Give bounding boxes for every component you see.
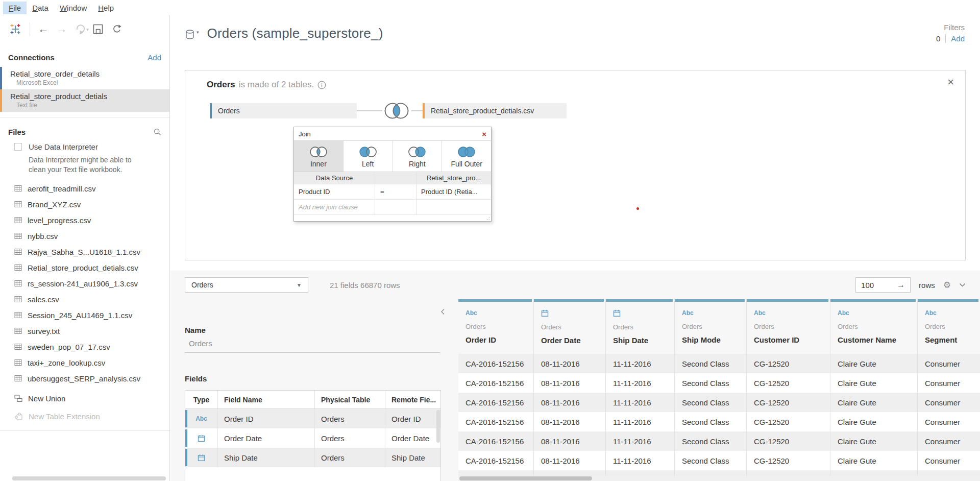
grid-data-row: CA-2016-152156 08-11-2016 11-11-2016 Sec… <box>458 354 980 373</box>
redo-icon <box>75 23 86 35</box>
data-interpreter-checkbox[interactable] <box>14 143 22 151</box>
file-list: aerofit_treadmill.csv Brand_XYZ.csv leve… <box>0 181 169 387</box>
files-title: Files <box>8 128 26 136</box>
string-type-icon: Abc <box>465 309 533 317</box>
bottom-section: Orders ▼ 21 fields 66870 rows 100 → rows… <box>170 271 980 481</box>
venn-inner-icon <box>308 145 329 159</box>
apply-rows-arrow-icon[interactable]: → <box>897 280 905 290</box>
table-select-dropdown[interactable]: Orders ▼ <box>185 277 308 293</box>
sidebar-bottom-divider <box>0 430 169 431</box>
menu-help[interactable]: Help <box>92 2 119 14</box>
table-file-icon <box>14 217 22 224</box>
file-item[interactable]: sales.csv <box>0 292 169 307</box>
file-item[interactable]: sweden_pop_07_17.csv <box>0 339 169 355</box>
search-icon[interactable] <box>154 128 161 136</box>
file-item[interactable]: survey.txt <box>0 323 169 339</box>
resize-grip[interactable] <box>486 216 489 220</box>
chevron-down-icon[interactable] <box>959 283 966 287</box>
grid-data-row: CA-2016-152156 08-11-2016 11-11-2016 Sec… <box>458 451 980 470</box>
string-type-icon: Abc <box>754 309 830 317</box>
join-clause-grid: Data Source Retial_store_pro... Product … <box>294 172 491 215</box>
table-file-icon <box>14 311 22 319</box>
join-type-left[interactable]: Left <box>344 141 393 172</box>
join-type-full-outer[interactable]: Full Outer <box>442 141 491 172</box>
date-type-icon <box>541 309 549 317</box>
database-caret-icon: ▾ <box>197 30 199 35</box>
menu-window[interactable]: Window <box>54 2 92 14</box>
table-file-icon <box>14 359 22 366</box>
file-item[interactable]: Brand_XYZ.csv <box>0 197 169 212</box>
info-icon[interactable] <box>317 81 326 89</box>
join-connector-right <box>411 110 423 111</box>
file-item[interactable]: rs_session-241_au1906_1.3.csv <box>0 276 169 292</box>
add-join-clause-row[interactable]: Add new join clause <box>294 200 491 215</box>
canvas-table-name: Orders <box>207 80 235 90</box>
file-item[interactable]: nybb.csv <box>0 228 169 244</box>
field-row[interactable]: Abc Order ID Orders Order ID <box>185 409 440 428</box>
toolbar: ← → ▾ <box>0 15 169 43</box>
table-name-input[interactable]: Orders <box>185 334 440 353</box>
grid-column-header[interactable]: Abc Orders Segment <box>918 299 980 354</box>
main-area: ▾ Orders (sample_superstore_) Filters 0 … <box>170 15 980 481</box>
forward-button[interactable]: → <box>53 23 71 35</box>
connections-header: Connections Add <box>0 43 169 67</box>
name-label: Name <box>185 326 442 334</box>
fields-rows-summary: 21 fields 66870 rows <box>330 281 400 290</box>
filters-label: Filters <box>936 23 965 32</box>
fields-label: Fields <box>185 374 442 383</box>
canvas-close-button[interactable]: × <box>947 76 954 89</box>
join-dialog-close-button[interactable]: × <box>482 130 486 138</box>
file-item[interactable]: Rajya_Sabha_S...U1618_1.1.csv <box>0 244 169 260</box>
back-button[interactable]: ← <box>34 23 53 35</box>
join-type-right[interactable]: Right <box>393 141 443 172</box>
table-file-icon <box>14 280 22 287</box>
field-row[interactable]: Ship Date Orders Ship Date <box>185 448 440 467</box>
left-table-box[interactable]: Orders <box>210 103 357 118</box>
right-table-box[interactable]: Retial_store_product_detials.csv <box>423 103 567 118</box>
grid-column-header[interactable]: Abc Orders Order ID <box>458 299 534 354</box>
file-item[interactable]: Retial_store_product_detials.csv <box>0 260 169 276</box>
connections-add-link[interactable]: Add <box>148 53 161 62</box>
connection-item-order-details[interactable]: Retial_store_order_details Microsoft Exc… <box>0 67 169 89</box>
menu-file[interactable]: File <box>3 2 27 14</box>
join-clause-row[interactable]: Product ID = Product ID (Retia... <box>294 184 491 200</box>
connection-item-product-details[interactable]: Retial_store_product_detials Text file <box>0 89 169 112</box>
file-item[interactable]: aerofit_treadmill.csv <box>0 181 169 197</box>
file-item[interactable]: ubersuggest_SERP_analysis.csv <box>0 371 169 387</box>
file-item[interactable]: level_progress.csv <box>0 212 169 228</box>
field-row[interactable]: Order Date Orders Order Date <box>185 428 440 448</box>
grid-column-header[interactable]: Abc Orders Customer ID <box>747 299 830 354</box>
date-type-icon <box>613 309 621 317</box>
row-limit-input[interactable]: 100 → <box>855 277 911 293</box>
sidebar-horizontal-scrollbar[interactable] <box>0 475 169 481</box>
filters-add-link[interactable]: Add <box>951 34 965 43</box>
tableau-logo-icon[interactable] <box>6 22 24 36</box>
new-union-button[interactable]: New Union <box>0 390 169 407</box>
left-sidebar: ← → ▾ Connections Add Retial_store_order <box>0 15 170 481</box>
table-extension-icon <box>14 412 23 421</box>
refresh-button[interactable] <box>107 24 126 34</box>
menu-data[interactable]: Data <box>27 2 54 14</box>
forward-arrow-icon: → <box>57 23 67 35</box>
database-icon[interactable]: ▾ <box>185 29 199 41</box>
grid-data-row: CA-2016-152156 08-11-2016 11-11-2016 Sec… <box>458 393 980 412</box>
file-item[interactable]: Session_245_AU1469_1.1.csv <box>0 307 169 323</box>
fields-table-scrollbar[interactable] <box>436 410 440 443</box>
rows-label: rows <box>919 281 935 290</box>
collapse-panel-icon[interactable] <box>440 308 445 315</box>
union-icon <box>14 394 22 402</box>
grid-column-header[interactable]: Abc Orders Ship Mode <box>675 299 747 354</box>
join-venn-icon[interactable] <box>382 99 411 123</box>
grid-column-header[interactable]: Orders Ship Date <box>606 299 675 354</box>
back-arrow-icon: ← <box>38 23 49 35</box>
grid-column-header[interactable]: Orders Order Date <box>534 299 606 354</box>
join-operator[interactable]: = <box>375 184 416 199</box>
join-type-inner[interactable]: Inner <box>294 141 344 172</box>
file-item[interactable]: taxi+_zone_lookup.csv <box>0 355 169 371</box>
fields-table-header: Type Field Name Physical Table Remote Fi… <box>185 391 440 409</box>
grid-horizontal-scrollbar[interactable] <box>458 476 980 481</box>
new-table-extension-button[interactable]: New Table Extension <box>0 407 169 425</box>
save-button[interactable] <box>89 24 107 34</box>
gear-icon[interactable]: ⚙ <box>943 280 951 291</box>
grid-column-header[interactable]: Abc Orders Customer Name <box>830 299 918 354</box>
